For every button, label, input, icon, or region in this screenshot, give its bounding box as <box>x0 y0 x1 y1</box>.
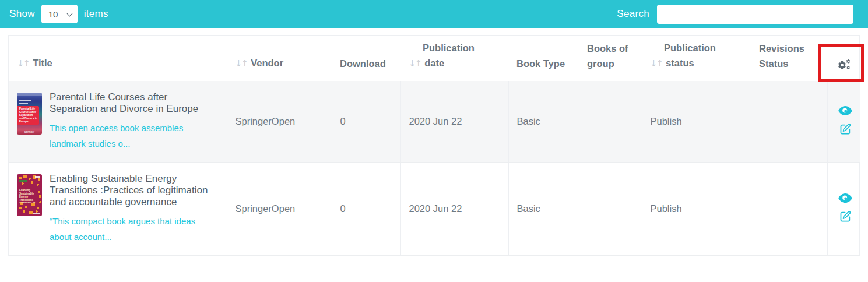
book_type-cell: Basic <box>508 81 579 163</box>
book-cover-thumbnail: Enabling Sustainable Energy Transitions … <box>17 174 42 216</box>
edit-button[interactable] <box>839 123 852 138</box>
sort-icon: ↓↑ <box>409 58 421 69</box>
book-cover-thumbnail: Parental Life Courses after Separation a… <box>17 93 42 135</box>
column-header-title[interactable]: ↓↑Title <box>9 36 227 81</box>
column-header-publication_status[interactable]: Publication↓↑status <box>642 36 751 81</box>
column-header-publication_date[interactable]: Publication↓↑date <box>400 36 508 81</box>
table-header-row: ↓↑Title↓↑VendorDownloadPublication↓↑date… <box>9 36 860 81</box>
sort-icon: ↓↑ <box>235 58 247 69</box>
column-label: group <box>587 58 614 69</box>
search-label: Search <box>617 8 649 20</box>
show-label: Show <box>9 8 35 20</box>
download-value: 0 <box>340 116 346 126</box>
edit-icon <box>839 210 852 225</box>
books_of_group-cell <box>579 81 642 163</box>
publication_date-cell: 2020 Jun 22 <box>400 81 508 163</box>
book_type-value: Basic <box>517 203 540 214</box>
books-table: ↓↑Title↓↑VendorDownloadPublication↓↑date… <box>9 36 860 256</box>
books_of_group-cell <box>579 163 642 256</box>
page-size-select-wrapper: 10 <box>41 5 78 23</box>
download-value: 0 <box>340 203 346 214</box>
column-label: status <box>666 58 694 68</box>
cover-title-text: Enabling Sustainable Energy Transitions … <box>19 189 40 203</box>
publication_date-cell: 2020 Jun 22 <box>400 163 508 256</box>
actions-cell <box>827 81 860 163</box>
column-label: date <box>424 58 444 68</box>
sort-icon: ↓↑ <box>650 58 662 69</box>
edit-icon <box>839 123 852 138</box>
column-label: Book Type <box>516 58 565 69</box>
publication_status-value: Publish <box>651 116 682 126</box>
view-button[interactable] <box>838 193 852 205</box>
column-label: Vendor <box>251 58 283 68</box>
column-label: Revisions <box>759 43 804 54</box>
gears-icon[interactable] <box>837 62 852 73</box>
revisions_status-cell <box>751 163 827 256</box>
search-input[interactable] <box>657 5 853 24</box>
books-table-card: ↓↑Title↓↑VendorDownloadPublication↓↑date… <box>8 35 860 256</box>
toolbar: Show 10 items Search <box>0 0 868 28</box>
download-cell: 0 <box>332 163 400 256</box>
publication_status-cell: Publish <box>642 163 751 256</box>
column-header-book_type: Book Type <box>508 36 579 81</box>
cover-title-text: Parental Life Courses after Separation a… <box>17 106 39 125</box>
table-row: Enabling Sustainable Energy Transitions … <box>9 163 860 256</box>
column-header-vendor[interactable]: ↓↑Vendor <box>227 36 332 81</box>
book_type-cell: Basic <box>508 163 579 256</box>
title-cell: Parental Life Courses after Separation a… <box>9 81 227 163</box>
page-size-select[interactable]: 10 <box>41 5 78 23</box>
book-title: Parental Life Courses after Separation a… <box>50 91 208 115</box>
book-title: Enabling Sustainable Energy Transitions … <box>50 173 208 208</box>
column-header-revisions_status: RevisionsStatus <box>751 36 827 81</box>
revisions_status-cell <box>751 81 827 163</box>
column-label: Title <box>33 58 52 68</box>
column-label: Publication <box>423 43 475 53</box>
vendor-cell: SpringerOpen <box>227 163 332 256</box>
edit-button[interactable] <box>839 210 852 225</box>
eye-icon <box>838 193 852 205</box>
sort-icon: ↓↑ <box>17 58 29 69</box>
title-cell: Enabling Sustainable Energy Transitions … <box>9 163 227 256</box>
publication_status-cell: Publish <box>642 81 751 163</box>
column-label: Download <box>340 58 386 69</box>
column-label: Publication <box>664 43 716 53</box>
view-button[interactable] <box>838 105 852 118</box>
column-header-actions[interactable] <box>827 36 860 81</box>
book_type-value: Basic <box>517 116 540 126</box>
cover-imprint-text: Springer <box>17 131 42 133</box>
column-header-download: Download <box>332 36 400 81</box>
table-row: Parental Life Courses after Separation a… <box>9 81 860 163</box>
vendor-value: SpringerOpen <box>236 203 296 214</box>
eye-icon <box>838 105 852 118</box>
vendor-cell: SpringerOpen <box>227 81 332 163</box>
column-header-books_of_group: Books ofgroup <box>579 36 642 81</box>
vendor-value: SpringerOpen <box>236 116 296 126</box>
actions-cell <box>827 163 860 256</box>
book-description: “This compact book argues that ideas abo… <box>50 213 208 245</box>
publication_status-value: Publish <box>651 203 682 214</box>
publication_date-value: 2020 Jun 22 <box>409 203 462 214</box>
column-label: Books of <box>587 43 628 54</box>
publication_date-value: 2020 Jun 22 <box>409 116 462 126</box>
download-cell: 0 <box>332 81 400 163</box>
book-description: This open access book assembles landmark… <box>50 120 208 151</box>
items-label: items <box>84 8 108 20</box>
column-label: Status <box>759 58 788 69</box>
